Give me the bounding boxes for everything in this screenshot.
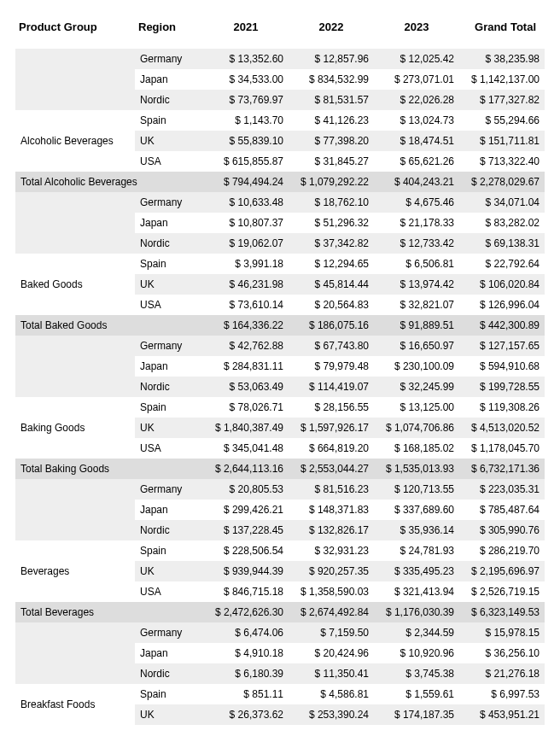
region-cell: Spain xyxy=(135,684,203,704)
cell-2022: $ 45,814.44 xyxy=(289,274,374,295)
region-cell: UK xyxy=(135,704,203,725)
cell-grand-total: $ 126,996.04 xyxy=(459,295,545,315)
cell-2021: $ 46,231.98 xyxy=(203,274,289,295)
group-label: Alcoholic Beverages xyxy=(15,110,135,172)
total-grand-total: $ 6,323,149.53 xyxy=(459,602,545,622)
cell-2021: $ 345,041.48 xyxy=(203,438,289,459)
cell-2021: $ 34,533.00 xyxy=(203,69,289,90)
region-cell: Nordic xyxy=(135,377,203,397)
cell-2021: $ 20,805.53 xyxy=(203,479,289,500)
cell-2023: $ 2,344.59 xyxy=(374,622,459,643)
total-grand-total: $ 2,278,029.67 xyxy=(459,172,545,192)
cell-grand-total: $ 34,071.04 xyxy=(459,192,545,213)
cell-2023: $ 174,187.35 xyxy=(374,704,459,725)
cell-2022: $ 51,296.32 xyxy=(289,213,374,233)
cell-2023: $ 13,974.42 xyxy=(374,274,459,295)
cell-2022: $ 114,419.07 xyxy=(289,377,374,397)
table-row: BeveragesSpain$ 228,506.54$ 32,931.23$ 2… xyxy=(15,540,545,561)
table-row: Breakfast FoodsSpain$ 851.11$ 4,586.81$ … xyxy=(15,684,545,704)
cell-2022: $ 132,826.17 xyxy=(289,520,374,540)
cell-2021: $ 615,855.87 xyxy=(203,151,289,172)
cell-grand-total: $ 36,256.10 xyxy=(459,643,545,663)
cell-2021: $ 73,769.97 xyxy=(203,90,289,110)
table-row: Baking GoodsSpain$ 78,026.71$ 28,156.55$… xyxy=(15,397,545,418)
total-row: Total Alcoholic Beverages$ 794,494.24$ 1… xyxy=(15,172,545,192)
total-row: Total Baked Goods$ 164,336.22$ 186,075.1… xyxy=(15,315,545,336)
cell-2022: $ 12,857.96 xyxy=(289,49,374,69)
cell-2021: $ 299,426.21 xyxy=(203,500,289,520)
cell-grand-total: $ 1,142,137.00 xyxy=(459,69,545,90)
cell-2022: $ 28,156.55 xyxy=(289,397,374,418)
total-label: Total Alcoholic Beverages xyxy=(15,172,203,192)
cell-2023: $ 32,245.99 xyxy=(374,377,459,397)
region-cell: Nordic xyxy=(135,233,203,254)
region-cell: Germany xyxy=(135,49,203,69)
table-row: Alcoholic BeveragesSpain$ 1,143.70$ 41,1… xyxy=(15,110,545,131)
region-cell: Nordic xyxy=(135,90,203,110)
header-2023: 2023 xyxy=(374,12,459,49)
cell-grand-total: $ 38,235.98 xyxy=(459,49,545,69)
cell-2023: $ 21,178.33 xyxy=(374,213,459,233)
total-grand-total: $ 6,732,171.36 xyxy=(459,459,545,479)
cell-2022: $ 31,845.27 xyxy=(289,151,374,172)
cell-2023: $ 6,506.81 xyxy=(374,254,459,274)
cell-2022: $ 148,371.83 xyxy=(289,500,374,520)
cell-2022: $ 32,931.23 xyxy=(289,540,374,561)
cell-2021: $ 53,063.49 xyxy=(203,377,289,397)
cell-grand-total: $ 2,526,719.15 xyxy=(459,581,545,602)
cell-grand-total: $ 2,195,696.97 xyxy=(459,561,545,581)
cell-2021: $ 4,910.18 xyxy=(203,643,289,663)
table-row: Germany$ 20,805.53$ 81,516.23$ 120,713.5… xyxy=(15,479,545,500)
cell-2021: $ 228,506.54 xyxy=(203,540,289,561)
group-label: Beverages xyxy=(15,540,135,602)
cell-2023: $ 13,024.73 xyxy=(374,110,459,131)
total-2023: $ 91,889.51 xyxy=(374,315,459,336)
pivot-table: Product Group Region 2021 2022 2023 Gran… xyxy=(15,12,545,725)
cell-2023: $ 1,074,706.86 xyxy=(374,418,459,438)
total-2021: $ 794,494.24 xyxy=(203,172,289,192)
cell-2021: $ 10,807.37 xyxy=(203,213,289,233)
cell-2023: $ 230,100.09 xyxy=(374,356,459,377)
table-row: Baked GoodsSpain$ 3,991.18$ 12,294.65$ 6… xyxy=(15,254,545,274)
total-row: Total Beverages$ 2,472,626.30$ 2,674,492… xyxy=(15,602,545,622)
region-cell: Japan xyxy=(135,643,203,663)
region-cell: Nordic xyxy=(135,663,203,684)
cell-2023: $ 273,071.01 xyxy=(374,69,459,90)
region-cell: USA xyxy=(135,295,203,315)
cell-2021: $ 55,839.10 xyxy=(203,131,289,151)
cell-2022: $ 67,743.80 xyxy=(289,336,374,356)
header-2022: 2022 xyxy=(289,12,374,49)
cell-2023: $ 10,920.96 xyxy=(374,643,459,663)
cell-2023: $ 32,821.07 xyxy=(374,295,459,315)
cell-grand-total: $ 223,035.31 xyxy=(459,479,545,500)
cell-2022: $ 20,564.83 xyxy=(289,295,374,315)
region-cell: Germany xyxy=(135,336,203,356)
cell-2022: $ 20,424.96 xyxy=(289,643,374,663)
group-label-blank xyxy=(15,479,135,540)
header-grand-total: Grand Total xyxy=(459,12,545,49)
cell-2021: $ 73,610.14 xyxy=(203,295,289,315)
total-2023: $ 1,535,013.93 xyxy=(374,459,459,479)
region-cell: Germany xyxy=(135,192,203,213)
cell-2023: $ 35,936.14 xyxy=(374,520,459,540)
cell-2023: $ 65,621.26 xyxy=(374,151,459,172)
cell-2023: $ 18,474.51 xyxy=(374,131,459,151)
cell-2022: $ 920,257.35 xyxy=(289,561,374,581)
cell-2022: $ 834,532.99 xyxy=(289,69,374,90)
total-2023: $ 1,176,030.39 xyxy=(374,602,459,622)
group-label: Baked Goods xyxy=(15,254,135,315)
total-2023: $ 404,243.21 xyxy=(374,172,459,192)
cell-grand-total: $ 22,792.64 xyxy=(459,254,545,274)
group-label: Breakfast Foods xyxy=(15,684,135,725)
cell-2021: $ 42,762.88 xyxy=(203,336,289,356)
cell-2022: $ 12,294.65 xyxy=(289,254,374,274)
cell-2021: $ 1,840,387.49 xyxy=(203,418,289,438)
region-cell: UK xyxy=(135,418,203,438)
cell-grand-total: $ 69,138.31 xyxy=(459,233,545,254)
header-region: Region xyxy=(135,12,203,49)
cell-2022: $ 18,762.10 xyxy=(289,192,374,213)
total-2022: $ 2,553,044.27 xyxy=(289,459,374,479)
cell-2023: $ 13,125.00 xyxy=(374,397,459,418)
region-cell: Nordic xyxy=(135,520,203,540)
cell-2023: $ 1,559.61 xyxy=(374,684,459,704)
